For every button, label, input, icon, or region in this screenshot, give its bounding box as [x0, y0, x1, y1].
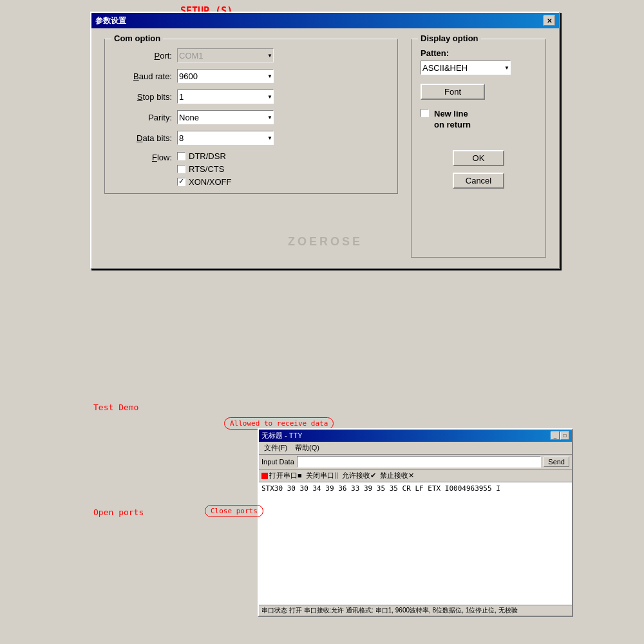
- tty-toolbar: 打开串口■ 关闭串口‖ 允许接收✔ 禁止接收✕: [259, 469, 572, 482]
- close-ports-bubble: Close ports: [205, 505, 263, 517]
- parity-label: Parity:: [114, 113, 172, 122]
- tty-send-button[interactable]: Send: [544, 457, 569, 467]
- flow-row: Flow: DTR/DSR RTS/CTS XON/XOFF: [114, 151, 388, 187]
- data-bits-wrapper: 8: [177, 131, 274, 145]
- tty-content-area: [259, 502, 572, 605]
- tty-title-buttons: _ □: [551, 431, 569, 440]
- forbid-receive-label: 禁止接收✕: [380, 471, 414, 480]
- parity-wrapper: None: [177, 110, 274, 124]
- tty-input-field[interactable]: [297, 456, 542, 468]
- port-select-wrapper: COM1: [177, 48, 274, 62]
- tty-input-row: Input Data Send: [259, 455, 572, 469]
- title-bar-buttons: ✕: [544, 15, 555, 26]
- new-line-checkbox[interactable]: [421, 109, 429, 117]
- port-row: Port: COM1: [114, 48, 388, 62]
- patten-wrapper: ASCII&HEH: [421, 61, 511, 75]
- display-option-group: Display option Patten: ASCII&HEH Font: [411, 39, 546, 258]
- rts-label: RTS/CTS: [189, 164, 224, 174]
- tty-title-text: 无标题 - TTY: [261, 431, 303, 440]
- display-content: Patten: ASCII&HEH Font New lineon return: [421, 48, 536, 189]
- port-label: Port:: [114, 51, 172, 61]
- flow-checkboxes: DTR/DSR RTS/CTS XON/XOFF: [177, 151, 231, 187]
- tty-menu-bar: 文件(F) 帮助(Q): [259, 442, 572, 455]
- new-line-container: New lineon return: [421, 109, 536, 131]
- cancel-button[interactable]: Cancel: [453, 173, 504, 189]
- xon-row: XON/XOFF: [177, 177, 231, 187]
- data-bits-label: Data bits:: [114, 133, 172, 143]
- baud-rate-row: Baud rate: 9600: [114, 69, 388, 83]
- stop-bits-select[interactable]: 1: [177, 90, 274, 104]
- display-option-panel: Display option Patten: ASCII&HEH Font: [411, 39, 546, 258]
- stop-bits-row: Stop bits: 1: [114, 90, 388, 104]
- rts-checkbox[interactable]: [177, 165, 185, 173]
- dialog-title: 参数设置: [95, 15, 126, 26]
- data-bits-select[interactable]: 8: [177, 131, 274, 145]
- xon-checkbox[interactable]: [177, 178, 185, 186]
- baud-rate-select[interactable]: 9600: [177, 69, 274, 83]
- open-ports-label: Open ports: [93, 507, 144, 517]
- tty-window: 无标题 - TTY _ □ 文件(F) 帮助(Q) Input Data Sen…: [258, 428, 573, 617]
- ok-cancel-section: OK Cancel: [421, 150, 536, 189]
- tty-close-port-btn[interactable]: 关闭串口‖: [306, 471, 338, 480]
- tty-menu-file[interactable]: 文件(F): [261, 443, 290, 453]
- test-demo-label: Test Demo: [93, 402, 138, 412]
- close-ports-bubble-wrapper: Close ports: [205, 505, 263, 517]
- dialog-content: Com option Port: COM1 Baud rate:: [91, 28, 559, 268]
- patten-section: Patten: ASCII&HEH: [421, 48, 536, 75]
- stop-bits-wrapper: 1: [177, 90, 274, 104]
- dtr-label: DTR/DSR: [189, 151, 226, 161]
- ok-button[interactable]: OK: [453, 150, 504, 166]
- patten-select[interactable]: ASCII&HEH: [421, 61, 511, 75]
- tty-status-bar: 串口状态 打开 串口接收:允许 通讯格式: 串口1, 9600波特率, 8位数据…: [259, 605, 572, 616]
- title-bar: 参数设置 ✕: [91, 13, 559, 28]
- port-select[interactable]: COM1: [177, 48, 274, 62]
- tty-title-bar: 无标题 - TTY _ □: [259, 430, 572, 442]
- tty-data-line: STX30 30 30 34 39 36 33 39 35 35 CR LF E…: [261, 484, 569, 493]
- display-option-label: Display option: [418, 33, 481, 43]
- dtr-checkbox[interactable]: [177, 152, 185, 160]
- tty-maximize-btn[interactable]: □: [560, 431, 569, 440]
- tty-minimize-btn[interactable]: _: [551, 431, 560, 440]
- tty-input-label: Input Data: [261, 458, 294, 466]
- data-bits-row: Data bits: 8: [114, 131, 388, 145]
- close-button[interactable]: ✕: [544, 15, 555, 26]
- red-square-icon: [261, 473, 268, 479]
- tty-allow-receive-btn[interactable]: 允许接收✔: [342, 471, 376, 480]
- tty-status-text: 串口状态 打开 串口接收:允许 通讯格式: 串口1, 9600波特率, 8位数据…: [261, 607, 518, 614]
- tty-menu-help[interactable]: 帮助(Q): [292, 443, 322, 453]
- baud-rate-label: Baud rate:: [114, 71, 172, 81]
- open-port-label: 打开串口■: [269, 471, 302, 480]
- com-option-panel: Com option Port: COM1 Baud rate:: [104, 39, 398, 258]
- allow-receive-label: 允许接收✔: [342, 471, 376, 480]
- xon-label: XON/XOFF: [189, 177, 231, 187]
- dtr-row: DTR/DSR: [177, 151, 231, 161]
- patten-label: Patten:: [421, 48, 536, 58]
- tty-data-area: STX30 30 30 34 39 36 33 39 35 35 CR LF E…: [259, 482, 572, 502]
- com-option-label: Com option: [111, 33, 163, 43]
- baud-rate-wrapper: 9600: [177, 69, 274, 83]
- new-line-label: New lineon return: [434, 109, 471, 131]
- parity-row: Parity: None: [114, 110, 388, 124]
- stop-bits-label: Stop bits:: [114, 92, 172, 102]
- parity-select[interactable]: None: [177, 110, 274, 124]
- com-option-group: Com option Port: COM1 Baud rate:: [104, 39, 398, 194]
- main-dialog: 参数设置 ✕ Com option Port: COM1: [90, 12, 560, 269]
- font-button[interactable]: Font: [421, 84, 485, 100]
- flow-label: Flow:: [114, 151, 172, 162]
- tty-open-port-btn[interactable]: 打开串口■: [261, 471, 302, 480]
- close-port-label: 关闭串口‖: [306, 471, 338, 480]
- rts-row: RTS/CTS: [177, 164, 231, 174]
- tty-forbid-receive-btn[interactable]: 禁止接收✕: [380, 471, 414, 480]
